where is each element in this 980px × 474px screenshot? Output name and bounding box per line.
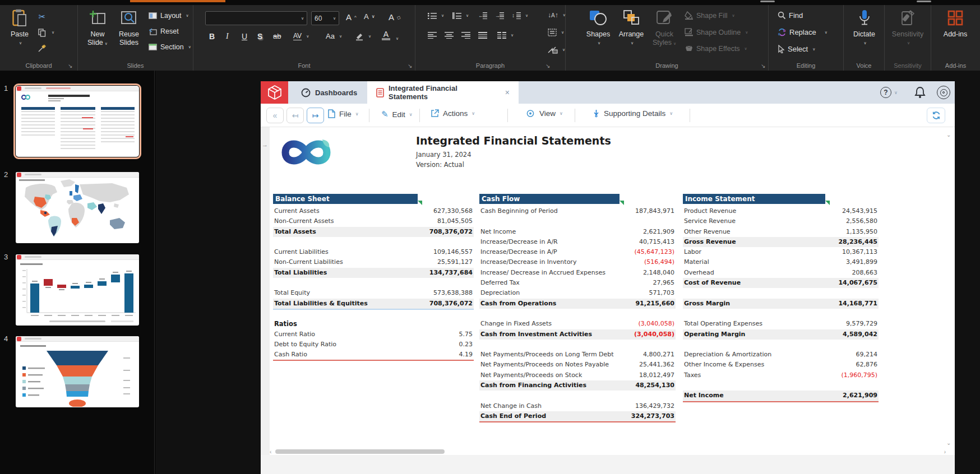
layout-button[interactable]: Layout∨ — [147, 11, 189, 21]
highlighter-icon — [355, 32, 364, 41]
underline-button[interactable]: U — [242, 32, 247, 41]
addins-button[interactable]: Add-ins — [939, 8, 972, 39]
row-label: Total Liabilities & Equitites — [274, 299, 368, 309]
scroll-left-icon[interactable]: ‹ — [270, 449, 271, 455]
justify-button[interactable] — [478, 32, 487, 39]
horizontal-scrollbar[interactable]: ‹ › — [270, 448, 946, 455]
align-left-button[interactable] — [428, 32, 437, 39]
quick-styles-button[interactable]: Quick Styles∨ — [649, 8, 680, 48]
edit-menu[interactable]: ✎ Edit∨ — [381, 109, 413, 119]
row-value: (45,647,123) — [634, 247, 674, 257]
align-center-button[interactable] — [445, 32, 454, 39]
align-right-button[interactable] — [461, 32, 470, 39]
user-avatar[interactable] — [937, 86, 950, 99]
numbering-button[interactable]: ∨ — [452, 12, 469, 19]
history-back-button[interactable]: ↤ — [286, 108, 304, 123]
row-label: Other Income & Expenses — [684, 360, 764, 370]
scroll-right-icon[interactable]: › — [944, 449, 946, 455]
file-icon — [328, 109, 335, 118]
increase-indent-button[interactable] — [495, 12, 504, 19]
row-label: Labor — [684, 247, 701, 257]
scrollbar-thumb[interactable] — [275, 449, 445, 454]
slide-thumbnail-4[interactable] — [16, 336, 139, 407]
refresh-button[interactable] — [927, 108, 945, 123]
shapes-button[interactable]: Shapes ∨ — [583, 8, 614, 47]
shape-fill-button[interactable]: Shape Fill∨ — [685, 11, 735, 20]
close-tab-icon[interactable]: × — [505, 88, 510, 97]
row-label: Cash from Operations — [480, 299, 556, 309]
expand-panel-arrow-icon[interactable]: → — [262, 141, 268, 148]
change-case-button[interactable]: Aa∨ — [326, 32, 342, 40]
shape-outline-button[interactable]: Shape Outline∨ — [685, 28, 748, 36]
cube-icon — [267, 85, 282, 100]
row-value: 4,800,271 — [643, 350, 674, 360]
decrease-font-size-button[interactable]: A∨ — [364, 12, 375, 21]
find-button[interactable]: Find — [778, 11, 803, 20]
tab-dashboards[interactable]: Dashboards — [301, 81, 357, 104]
statement-is: Income StatementProduct Revenue24,543,91… — [683, 194, 879, 401]
clear-formatting-button[interactable]: A◇ — [389, 12, 401, 22]
collapse-panel-button[interactable]: « — [266, 108, 284, 123]
view-menu[interactable]: View∨ — [525, 109, 563, 118]
character-spacing-button[interactable]: AV∨ — [293, 32, 309, 40]
tab-integrated-financial-statements[interactable]: Integrated Financial Statements × — [367, 81, 519, 104]
chevron-down-icon: ∨ — [825, 30, 828, 35]
font-size-combo[interactable]: 60 ∨ — [311, 11, 339, 25]
replace-button[interactable]: bc Replace ∨ — [778, 28, 828, 36]
arrange-button[interactable]: Arrange ∨ — [615, 8, 648, 47]
italic-button[interactable]: I — [226, 32, 229, 41]
section-button[interactable]: Section∨ — [147, 42, 191, 52]
document-title: Integrated Financial Statements — [416, 134, 611, 147]
copy-button[interactable]: ∨ — [37, 27, 54, 38]
convert-to-smartart-button[interactable]: ∨ — [548, 46, 565, 54]
history-forward-button[interactable]: ↦ — [307, 108, 324, 123]
line-spacing-button[interactable]: ∨ — [512, 12, 528, 19]
reuse-slides-button[interactable]: Reuse Slides — [114, 8, 144, 47]
drawing-dialog-launcher-icon[interactable]: ↘ — [761, 63, 765, 69]
bullets-button[interactable]: ∨ — [428, 12, 444, 19]
columns-button[interactable]: ∨ — [497, 32, 514, 39]
chevron-down-icon[interactable]: ∨ — [894, 90, 898, 95]
slide-thumbnail-1[interactable] — [16, 86, 139, 157]
cut-button[interactable]: ✂ — [37, 12, 47, 22]
text-direction-button[interactable]: ↓A↑∨ — [548, 11, 566, 19]
sensitivity-button[interactable]: Sensitivity ∨ — [888, 8, 927, 47]
dictate-button[interactable]: Dictate ∨ — [849, 8, 880, 47]
decrease-indent-button[interactable] — [478, 12, 487, 19]
strikethrough-button[interactable]: ab — [273, 32, 281, 40]
paste-button[interactable]: Paste ∨ — [6, 8, 34, 47]
row-label: Total Equity — [274, 288, 310, 298]
increase-font-size-button[interactable]: A^ — [346, 12, 357, 22]
reset-button[interactable]: Reset — [147, 26, 179, 36]
select-button[interactable]: Select∨ — [778, 45, 815, 53]
shape-effects-button[interactable]: Shape Effects∨ — [685, 44, 747, 53]
scroll-down-icon[interactable]: ⌄ — [946, 440, 951, 446]
statement-row: Gross Margin14,168,771 — [683, 299, 879, 309]
font-dialog-launcher-icon[interactable]: ↘ — [408, 63, 412, 69]
scroll-up-icon[interactable]: ⌄ — [946, 132, 951, 138]
font-color-button[interactable]: A — [382, 31, 390, 40]
dictate-label: Dictate — [853, 30, 875, 39]
highlight-color-button[interactable]: ∨ — [355, 32, 371, 41]
slide-thumbnail-2[interactable] — [16, 172, 139, 243]
align-text-button[interactable]: ∨ — [548, 29, 564, 36]
new-slide-button[interactable]: New Slide∨ — [82, 8, 113, 48]
slide-thumbnail-3[interactable] — [16, 254, 139, 326]
statement-row: Other Income & Expenses62,876 — [683, 360, 879, 370]
paragraph-dialog-launcher-icon[interactable]: ↘ — [546, 63, 550, 69]
actions-icon — [431, 109, 439, 118]
help-icon[interactable]: ? — [880, 87, 891, 98]
text-shadow-button[interactable]: S — [257, 32, 262, 41]
actions-menu[interactable]: Actions∨ — [431, 109, 475, 118]
supporting-details-menu[interactable]: Supporting Details∨ — [593, 109, 673, 118]
bold-button[interactable]: B — [209, 32, 215, 41]
statement-row: Total Operating Expenses9,579,729 — [683, 319, 879, 329]
chevron-down-icon: ∨ — [105, 41, 108, 45]
vena-logo[interactable] — [261, 81, 288, 104]
format-painter-button[interactable] — [37, 43, 47, 53]
font-name-combo[interactable]: ∨ — [205, 11, 307, 25]
file-menu[interactable]: File∨ — [328, 109, 359, 118]
clipboard-dialog-launcher-icon[interactable]: ↘ — [68, 63, 72, 69]
notifications-bell-icon[interactable] — [914, 86, 926, 99]
search-icon — [778, 11, 786, 20]
